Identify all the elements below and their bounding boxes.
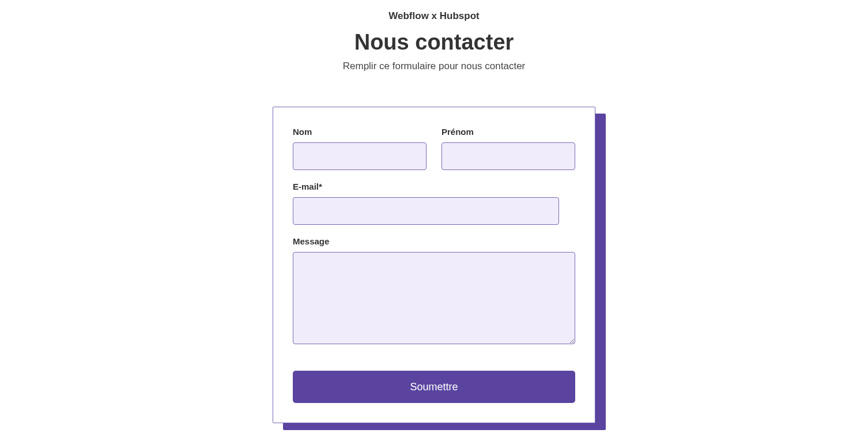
message-textarea[interactable] xyxy=(293,252,575,344)
eyebrow-text: Webflow x Hubspot xyxy=(388,10,479,22)
form-col-nom: Nom xyxy=(293,127,427,170)
form-card: Nom Prénom E-mail* Message Soum xyxy=(273,107,595,423)
page-container: Webflow x Hubspot Nous contacter Remplir… xyxy=(0,0,868,423)
email-input[interactable] xyxy=(293,197,559,225)
form-row-name: Nom Prénom xyxy=(293,127,575,170)
form-col-prenom: Prénom xyxy=(441,127,575,170)
nom-label: Nom xyxy=(293,127,427,137)
page-subtitle: Remplir ce formulaire pour nous contacte… xyxy=(343,61,526,72)
form-group-email: E-mail* xyxy=(293,182,575,225)
message-label: Message xyxy=(293,236,575,246)
form-group-message: Message xyxy=(293,236,575,344)
prenom-input[interactable] xyxy=(441,142,575,170)
page-title: Nous contacter xyxy=(354,30,514,55)
submit-button[interactable]: Soumettre xyxy=(293,371,575,403)
prenom-label: Prénom xyxy=(441,127,575,137)
nom-input[interactable] xyxy=(293,142,427,170)
contact-form: Nom Prénom E-mail* Message Soum xyxy=(293,127,575,403)
form-card-wrapper: Nom Prénom E-mail* Message Soum xyxy=(273,107,595,423)
email-label: E-mail* xyxy=(293,182,575,191)
